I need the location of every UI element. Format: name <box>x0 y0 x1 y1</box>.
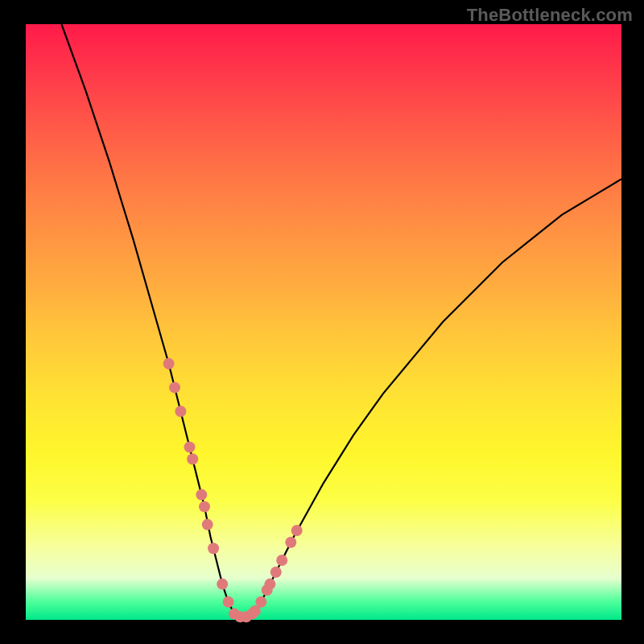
marker-dot <box>270 567 282 578</box>
chart-frame: TheBottleneck.com <box>0 0 644 644</box>
marker-dot <box>175 406 186 417</box>
curve-markers <box>163 358 303 623</box>
watermark-text: TheBottleneck.com <box>467 5 633 26</box>
marker-dot <box>202 519 213 530</box>
marker-dot <box>196 489 207 501</box>
marker-dot <box>187 453 198 464</box>
marker-dot <box>255 597 266 608</box>
bottleneck-curve <box>61 24 621 617</box>
marker-dot <box>199 501 210 512</box>
plot-area <box>26 24 621 620</box>
marker-dot <box>285 537 296 548</box>
marker-dot <box>184 441 196 452</box>
marker-dot <box>264 579 275 590</box>
marker-dot <box>163 358 175 369</box>
marker-dot <box>276 555 287 566</box>
marker-dot <box>169 382 180 393</box>
marker-dot <box>217 579 228 590</box>
curve-layer <box>26 24 621 620</box>
marker-dot <box>223 597 234 608</box>
marker-dot <box>291 525 303 536</box>
marker-dot <box>208 543 219 554</box>
